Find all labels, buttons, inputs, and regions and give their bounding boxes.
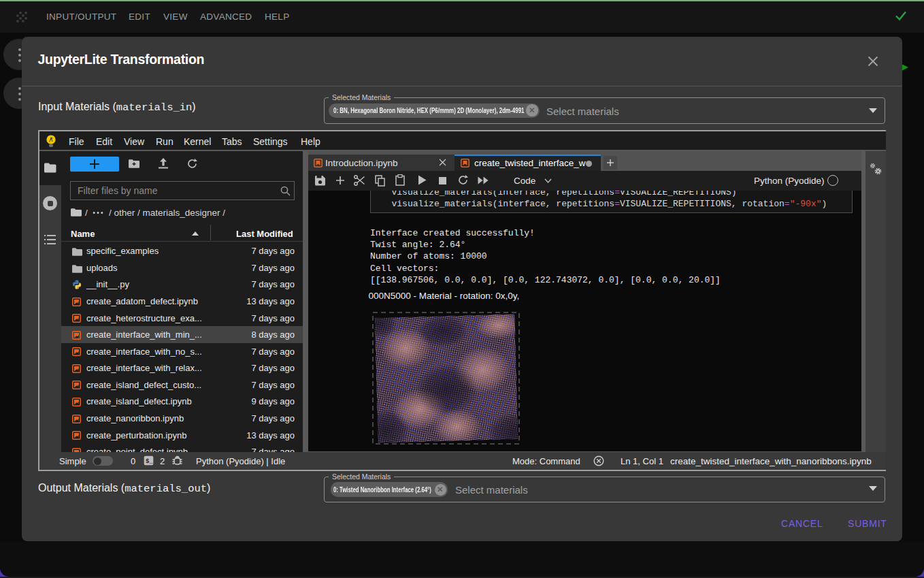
svg-text:$_: $_	[146, 458, 153, 465]
